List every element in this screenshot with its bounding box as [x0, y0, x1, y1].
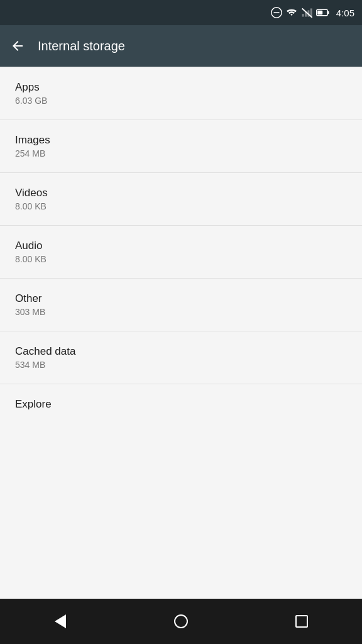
list-item[interactable]: Videos 8.00 KB — [0, 173, 362, 226]
item-size: 6.03 GB — [15, 96, 347, 106]
signal-icon — [301, 8, 312, 18]
page-title: Internal storage — [38, 39, 125, 53]
back-button[interactable] — [10, 38, 25, 53]
item-name: Images — [15, 134, 347, 147]
svg-rect-9 — [327, 11, 329, 14]
app-bar: Internal storage — [0, 25, 362, 67]
nav-home-button[interactable] — [162, 602, 200, 640]
list-item-explore[interactable]: Explore — [0, 384, 362, 426]
recents-nav-icon — [295, 615, 308, 628]
status-bar: 4:05 — [0, 0, 362, 25]
item-size: 534 MB — [15, 360, 347, 370]
svg-rect-1 — [273, 12, 279, 13]
item-size: 254 MB — [15, 148, 347, 158]
list-item[interactable]: Audio 8.00 KB — [0, 226, 362, 279]
item-name: Videos — [15, 187, 347, 199]
nav-back-button[interactable] — [41, 602, 79, 640]
item-name: Other — [15, 292, 347, 305]
item-name: Cached data — [15, 345, 347, 358]
status-time: 4:05 — [336, 8, 354, 18]
svg-rect-8 — [317, 11, 322, 14]
list-item[interactable]: Cached data 534 MB — [0, 331, 362, 384]
list-item[interactable]: Other 303 MB — [0, 279, 362, 331]
wifi-icon — [286, 8, 297, 18]
back-nav-icon — [55, 614, 66, 628]
home-nav-icon — [174, 614, 188, 628]
svg-rect-2 — [302, 14, 304, 16]
nav-bar — [0, 599, 362, 644]
item-name: Apps — [15, 81, 347, 94]
nav-recents-button[interactable] — [283, 602, 321, 640]
item-name: Audio — [15, 240, 347, 252]
item-size: 8.00 KB — [15, 201, 347, 211]
status-icons: 4:05 — [271, 7, 354, 18]
list-item[interactable]: Apps 6.03 GB — [0, 67, 362, 120]
list-item[interactable]: Images 254 MB — [0, 120, 362, 173]
minus-circle-icon — [271, 7, 282, 18]
item-size: 8.00 KB — [15, 254, 347, 264]
item-name: Explore — [15, 398, 347, 411]
battery-icon — [316, 8, 330, 17]
content-area: Apps 6.03 GB Images 254 MB Videos 8.00 K… — [0, 67, 362, 599]
item-size: 303 MB — [15, 307, 347, 317]
